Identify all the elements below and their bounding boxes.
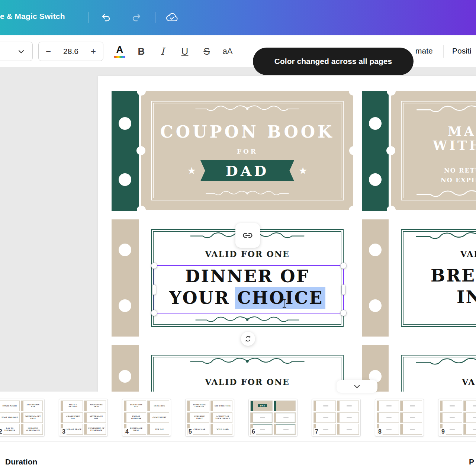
mini-ticket bbox=[400, 424, 422, 435]
duration-label: Duration bbox=[5, 457, 37, 466]
selection-side-handle[interactable] bbox=[341, 284, 345, 295]
cover-subtitle[interactable]: FOR bbox=[141, 148, 353, 155]
coupon-right-line2[interactable]: IN bbox=[457, 287, 476, 307]
page-thumbnail-5[interactable]: HOMEMADE COOKIESKID-FREE TIMESURPRISE TR… bbox=[185, 399, 234, 437]
coupon-text-line1[interactable]: DINNER OF bbox=[141, 266, 353, 286]
mini-ticket-label: HUGE HUG bbox=[153, 405, 166, 407]
top-navbar: e & Magic Switch bbox=[0, 0, 476, 35]
binding-strip[interactable] bbox=[362, 219, 389, 337]
back-cover-ticket[interactable]: MAD WITH L NO RETU NO EXPIRE bbox=[391, 91, 476, 210]
coupon-ticket-bottom-right[interactable]: VA bbox=[391, 345, 476, 392]
coupon-bottom-header[interactable]: VALID FOR ONE bbox=[141, 377, 353, 387]
mini-ticket-label: CHORE-FREE DAY bbox=[64, 415, 83, 419]
flourish-ornament bbox=[405, 231, 476, 242]
mini-ticket-label bbox=[450, 405, 455, 406]
text-case-button[interactable]: aA bbox=[219, 43, 236, 60]
page-thumbnail-3[interactable]: PIZZA & NETFLIXADVENTURE TRIPCHORE-FREE … bbox=[59, 399, 108, 437]
pages-panel: MOVIE NIGHTAFTERNOON NAPFOOT MASSAGEWEEK… bbox=[0, 392, 476, 476]
animate-button-partial[interactable]: mate bbox=[415, 46, 433, 55]
font-size-decrease-button[interactable]: − bbox=[39, 46, 58, 57]
coupon-right-header[interactable]: VAL bbox=[460, 249, 476, 259]
pages-label-partial[interactable]: P bbox=[469, 457, 474, 466]
text-color-button[interactable]: A bbox=[112, 42, 128, 61]
mini-ticket bbox=[337, 424, 359, 435]
italic-button[interactable]: I bbox=[154, 43, 171, 60]
back-cover-line1[interactable]: MAD bbox=[448, 124, 476, 139]
back-cover-note1[interactable]: NO RETU bbox=[444, 167, 476, 174]
mini-ticket-label bbox=[347, 405, 352, 406]
font-size-stepper: − 28.6 + bbox=[38, 42, 103, 61]
mini-cover-ticket: DAD bbox=[250, 401, 273, 411]
mini-back-cover-ticket bbox=[274, 401, 296, 411]
selection-handle[interactable] bbox=[340, 263, 347, 269]
mini-ticket: OWNERSHIP OF TV REMOTE bbox=[84, 424, 106, 435]
mini-ticket-label bbox=[410, 429, 415, 430]
coupon-right-line1[interactable]: BRE bbox=[431, 266, 476, 286]
font-family-select[interactable] bbox=[0, 42, 33, 61]
selection-handle[interactable] bbox=[151, 310, 157, 316]
mini-ticket bbox=[440, 412, 462, 423]
corner-notch bbox=[387, 87, 396, 96]
binding-strip[interactable] bbox=[112, 91, 139, 211]
canva-editor: e & Magic Switch − 28.6 + A B I U S aA m… bbox=[0, 0, 476, 476]
double-line bbox=[263, 150, 297, 153]
mini-ticket-label bbox=[260, 429, 265, 430]
page-thumbnail-7[interactable]: 7 bbox=[312, 399, 361, 437]
mini-ticket: KID-FREE TIME bbox=[210, 401, 233, 411]
thumbnail-grid: HOMEMADE COOKIESKID-FREE TIMESURPRISE TR… bbox=[187, 401, 232, 435]
selection-handle[interactable] bbox=[340, 310, 347, 316]
collapse-pages-button[interactable] bbox=[337, 380, 377, 393]
rotate-handle[interactable] bbox=[241, 332, 255, 346]
punch-hole bbox=[119, 173, 131, 186]
save-status-button[interactable] bbox=[164, 9, 180, 26]
binding-strip[interactable] bbox=[362, 91, 389, 211]
selection-side-handle[interactable] bbox=[152, 284, 156, 295]
font-size-increase-button[interactable]: + bbox=[84, 46, 103, 57]
coupon-ticket-bottom[interactable]: VALID FOR ONE bbox=[141, 345, 353, 392]
strikethrough-button[interactable]: S bbox=[199, 43, 215, 60]
mini-ticket-label bbox=[260, 417, 265, 418]
page-thumbnail-8[interactable]: 8 bbox=[375, 399, 424, 437]
corner-notch bbox=[349, 206, 358, 215]
binding-strip[interactable] bbox=[112, 219, 139, 337]
undo-button[interactable] bbox=[98, 9, 114, 26]
edge-notch bbox=[386, 146, 395, 155]
page-thumbnail-4[interactable]: FAMILY DAY OUTHUGE HUGFRIDGE ARTWORKGAME… bbox=[122, 399, 171, 437]
flourish-ornament bbox=[186, 356, 309, 366]
mini-ticket: WILD CARD bbox=[210, 424, 233, 435]
resize-magic-switch-button[interactable]: e & Magic Switch bbox=[0, 12, 65, 21]
mini-ticket bbox=[463, 401, 476, 411]
coupon-ticket-breakfast[interactable]: VAL BRE IN bbox=[391, 219, 476, 337]
underline-button[interactable]: U bbox=[177, 43, 193, 60]
coupon-text-line2[interactable]: YOURCHOICE bbox=[141, 288, 353, 308]
page-thumbnail-6[interactable]: DAD6 bbox=[248, 399, 298, 437]
position-button-partial[interactable]: Positi bbox=[452, 46, 471, 55]
canvas-area: COUPON BOOK FOR ★ DAD ★ MAD WITH bbox=[0, 67, 476, 392]
back-cover-note2[interactable]: NO EXPIRE bbox=[441, 177, 476, 184]
page-thumbnail-9[interactable]: 9 bbox=[438, 399, 476, 437]
bold-button[interactable]: B bbox=[133, 43, 149, 60]
link-button[interactable] bbox=[235, 223, 260, 248]
font-size-value[interactable]: 28.6 bbox=[58, 47, 84, 56]
chain-link-icon bbox=[242, 229, 254, 241]
binding-strip[interactable] bbox=[112, 345, 139, 392]
rotate-icon bbox=[244, 335, 252, 343]
redo-button[interactable] bbox=[128, 9, 145, 26]
mini-ticket-label bbox=[283, 417, 289, 418]
coupon-bottom-right-header[interactable]: VA bbox=[462, 377, 475, 387]
mini-ticket bbox=[337, 412, 359, 423]
cover-ticket[interactable]: COUPON BOOK FOR ★ DAD ★ bbox=[141, 91, 353, 210]
punch-hole bbox=[119, 244, 131, 256]
dad-ribbon[interactable]: DAD bbox=[200, 160, 294, 181]
mini-ticket-label: YES DAY bbox=[154, 428, 164, 431]
cover-title[interactable]: COUPON BOOK bbox=[141, 122, 353, 141]
star-icon: ★ bbox=[299, 166, 307, 176]
page-thumbnail-2[interactable]: MOVIE NIGHTAFTERNOON NAPFOOT MASSAGEWEEK… bbox=[0, 399, 45, 437]
selection-handle[interactable] bbox=[151, 263, 157, 269]
coupon-header[interactable]: VALID FOR ONE bbox=[141, 249, 353, 259]
back-cover-line2[interactable]: WITH L bbox=[433, 138, 476, 153]
cover-ribbon-row[interactable]: ★ DAD ★ bbox=[141, 160, 353, 181]
mini-ticket: GAME NIGHT bbox=[147, 412, 170, 423]
toast-color-changed: Color changed across all pages bbox=[253, 48, 414, 75]
chevron-down-icon bbox=[18, 50, 24, 54]
